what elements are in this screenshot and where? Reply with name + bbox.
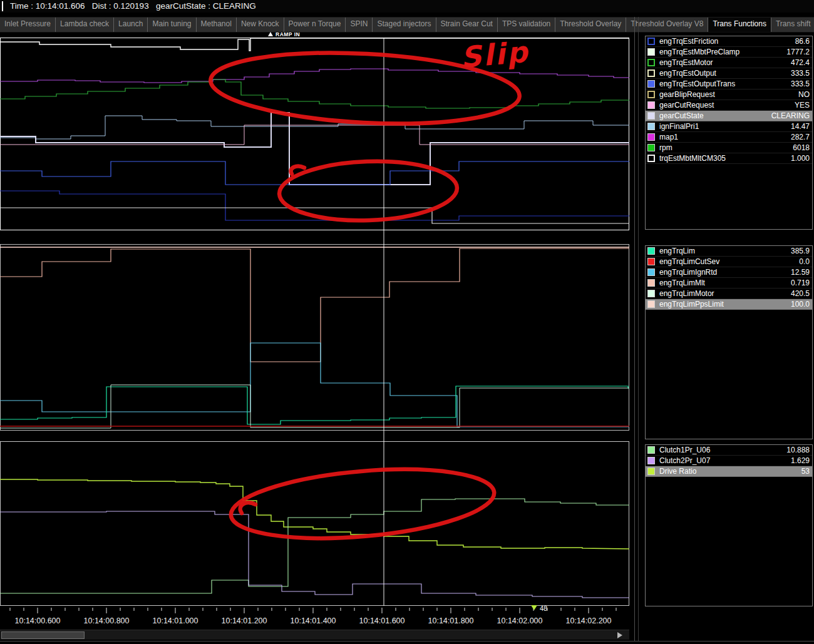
axis-time-label: 10:14:00.600 [15, 616, 61, 625]
channel-name: Clutch2Pr_U07 [659, 456, 791, 465]
channel-value: 100.0 [791, 300, 812, 309]
axis-time-label: 10:14:00.800 [84, 616, 130, 625]
legend-row-rpm[interactable]: rpm6018 [646, 143, 812, 153]
channel-value: 282.7 [791, 133, 812, 141]
legend-row-engtrqestfriction[interactable]: engTrqEstFriction86.6 [646, 36, 812, 47]
channel-name: engTrqLimPpsLimit [659, 300, 791, 309]
axis-time-label: 10:14:01.800 [428, 616, 474, 625]
legend-row-clutch2pr_u07[interactable]: Clutch2Pr_U071.629 [646, 456, 812, 466]
status-bar: Time : 10:14:01.606 Dist : 0.120193 gear… [0, 0, 814, 13]
scrollbar-right-arrow-icon[interactable] [617, 632, 622, 638]
channel-color-swatch [647, 258, 655, 265]
legend-row-engtrqlimcutsev[interactable]: engTrqLimCutSev0.0 [646, 257, 812, 267]
app-window: { "title_bar": { "text": "Time : 10:14:0… [0, 0, 814, 644]
charts-area[interactable]: 10:14:00.60010:14:00.80010:14:01.00010:1… [0, 29, 634, 629]
legend-row-engtrqlimppslimit[interactable]: engTrqLimPpsLimit100.0 [646, 299, 812, 310]
channel-value: 333.5 [791, 69, 812, 78]
channel-name: gearCutState [659, 111, 771, 120]
legend-row-engtrqlimignrtd[interactable]: engTrqLimIgnRtd12.59 [646, 267, 812, 278]
trace-Clutch1Pr_U06 [0, 499, 629, 593]
channel-color-swatch [647, 290, 655, 297]
channel-color-swatch [647, 59, 655, 66]
channel-color-swatch [647, 300, 655, 308]
legend-row-engtrqlim[interactable]: engTrqLim385.9 [646, 246, 812, 257]
channel-name: engTrqEstFriction [659, 37, 795, 46]
channel-color-swatch [647, 247, 655, 255]
legend-row-engtrqestoutputtrans[interactable]: engTrqEstOutputTrans333.5 [646, 79, 812, 89]
channel-name: engTrqLimMotor [659, 289, 791, 298]
legend-row-gearcutrequest[interactable]: gearCutRequestYES [646, 100, 812, 111]
channel-name: gearBlipRequest [659, 90, 798, 99]
trace-gearCutState [0, 113, 629, 185]
legend-panel-clutch: Clutch1Pr_U0610.888Clutch2Pr_U071.629Dri… [645, 444, 813, 606]
axis-time-label: 10:14:02.200 [566, 616, 612, 625]
channel-name: engTrqLim [659, 247, 791, 255]
legend-row-gearbliprequest[interactable]: gearBlipRequestNO [646, 89, 812, 100]
trace-engTrqEstOutputTrans [0, 161, 629, 185]
trace-trqEstMbtPreClamp [0, 38, 629, 51]
channel-value: 14.47 [791, 122, 812, 131]
channel-name: Drive Ratio [659, 467, 801, 476]
annotation-stroke [240, 503, 255, 513]
channel-name: ignFinalPri1 [659, 122, 791, 131]
channel-value: 1.629 [791, 456, 812, 465]
channel-value: 420.5 [791, 289, 812, 298]
legend-row-map1[interactable]: map1282.7 [646, 132, 812, 143]
legend-row-ignfinalpri1[interactable]: ignFinalPri114.47 [646, 121, 812, 132]
channel-color-swatch [647, 69, 655, 77]
tab-trans-functions[interactable]: Trans Functions [708, 18, 771, 32]
channel-value: 333.5 [791, 79, 812, 88]
channel-color-swatch [647, 80, 655, 88]
legend-row-engtrqlimmlt[interactable]: engTrqLimMlt0.719 [646, 278, 812, 289]
legend-row-engtrqestmbtpreclamp[interactable]: engTrqEstMbtPreClamp1777.2 [646, 47, 812, 58]
channel-value: 385.9 [791, 247, 812, 255]
torque-limit-chart-plot-area[interactable] [1, 245, 629, 431]
clutch-chart-plot-area[interactable] [1, 442, 629, 606]
channel-name: Clutch1Pr_U06 [659, 446, 786, 454]
channel-color-swatch [647, 268, 655, 276]
trace-engTrqLimMotor [0, 385, 629, 428]
axis-time-label: 10:14:01.600 [359, 616, 405, 625]
legend-row-drive-ratio[interactable]: Drive Ratio53 [646, 466, 812, 477]
channel-color-swatch [647, 133, 655, 141]
channel-color-swatch [647, 38, 655, 45]
legend-row-clutch1pr_u06[interactable]: Clutch1Pr_U0610.888 [646, 445, 812, 456]
panel-splitter[interactable] [634, 17, 635, 641]
axis-time-label: 10:14:01.200 [222, 616, 267, 625]
channel-name: map1 [659, 133, 791, 141]
legend-row-trqestmbtmltcm305[interactable]: trqEstMbtMltCM3051.000 [646, 153, 812, 164]
trace-map1 [0, 69, 629, 83]
legend-row-engtrqlimmotor[interactable]: engTrqLimMotor420.5 [646, 289, 812, 299]
scrollbar-thumb[interactable] [1, 631, 85, 639]
channel-value: YES [795, 101, 812, 110]
channel-color-swatch [647, 123, 655, 130]
status-bar-cursor-tick [2, 1, 3, 11]
axis-time-label: 10:14:01.000 [153, 616, 198, 625]
cursor-flag-label: 48 [540, 605, 547, 612]
trace-Clutch2Pr_U07 [0, 511, 629, 598]
channel-name: rpm [659, 143, 793, 152]
ramp-in-marker-icon[interactable] [268, 32, 273, 36]
channel-color-swatch [647, 48, 655, 56]
channel-color-swatch [647, 155, 655, 162]
cursor-flag-icon[interactable] [531, 605, 537, 610]
channel-value: 6018 [793, 143, 812, 152]
legend-row-gearcutstate[interactable]: gearCutStateCLEARING [646, 111, 812, 121]
trace-engTrqLimIgnRtd [0, 343, 629, 427]
status-text: Time : 10:14:01.606 Dist : 0.120193 gear… [10, 0, 256, 13]
engine-torque-chart-plot-area[interactable] [1, 38, 629, 230]
channel-value: 0.0 [799, 257, 812, 266]
trace-gearCutRequest [0, 125, 629, 145]
channel-color-swatch [647, 446, 655, 454]
channel-color-swatch [647, 457, 655, 464]
tab-trans-shift[interactable]: Trans shift [771, 18, 814, 32]
ramp-in-marker-label: RAMP IN [276, 31, 300, 38]
legend-row-engtrqestoutput[interactable]: engTrqEstOutput333.5 [646, 68, 812, 79]
channel-color-swatch [647, 112, 655, 120]
channel-value: 0.719 [791, 279, 812, 287]
annotation-ellipse-3 [228, 460, 497, 548]
time-scrollbar[interactable] [0, 630, 629, 640]
channel-value: CLEARING [771, 111, 812, 120]
legend-row-engtrqestmotor[interactable]: engTrqEstMotor472.4 [646, 58, 812, 68]
annotation-text-slip: Slip [459, 35, 530, 74]
